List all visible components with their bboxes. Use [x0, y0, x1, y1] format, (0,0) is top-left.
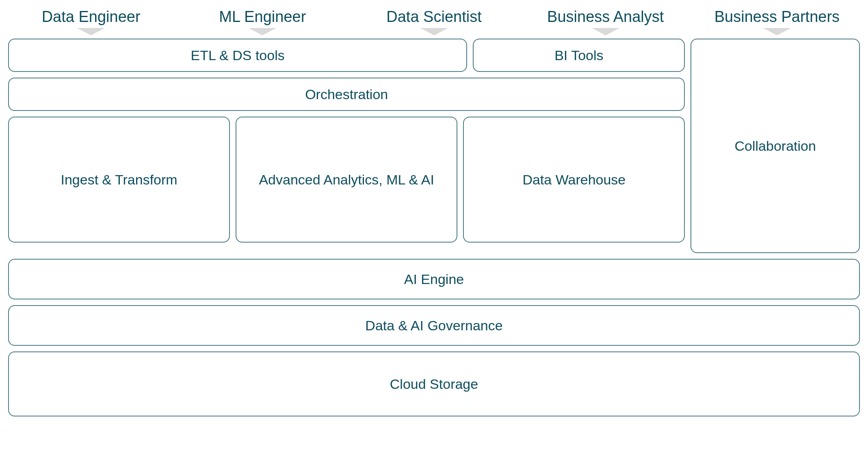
orchestration-box: Orchestration	[8, 78, 685, 111]
box-label: Advanced Analytics, ML & AI	[254, 172, 439, 188]
arrow-down-icon	[77, 28, 105, 35]
main-column: ETL & DS tools BI Tools Orchestration In…	[8, 39, 685, 253]
persona-data-engineer: Data Engineer	[8, 8, 174, 35]
arrow-down-icon	[249, 28, 276, 35]
persona-label: Data Scientist	[386, 8, 481, 26]
box-label: AI Engine	[399, 271, 469, 287]
box-label: Orchestration	[300, 87, 393, 102]
box-label: Collaboration	[730, 138, 821, 154]
box-label: Data Warehouse	[517, 172, 630, 188]
governance-row: Data & AI Governance	[8, 305, 860, 346]
persona-label: ML Engineer	[219, 8, 306, 26]
tools-row: ETL & DS tools BI Tools	[8, 39, 685, 72]
persona-business-partners: Business Partners	[694, 8, 860, 35]
box-label: Data & AI Governance	[360, 318, 507, 334]
persona-ml-engineer: ML Engineer	[180, 8, 345, 35]
governance-box: Data & AI Governance	[8, 305, 860, 346]
ai-engine-row: AI Engine	[8, 259, 860, 299]
box-label: Cloud Storage	[385, 376, 483, 392]
box-label: BI Tools	[550, 48, 608, 63]
architecture-diagram: Data Engineer ML Engineer Data Scientist…	[8, 8, 860, 416]
layers-layout: ETL & DS tools BI Tools Orchestration In…	[8, 39, 860, 253]
box-label: ETL & DS tools	[186, 48, 290, 63]
etl-ds-tools-box: ETL & DS tools	[8, 39, 467, 72]
storage-row: Cloud Storage	[8, 351, 860, 416]
right-column: Collaboration	[691, 39, 860, 253]
advanced-analytics-box: Advanced Analytics, ML & AI	[236, 117, 457, 243]
persona-data-scientist: Data Scientist	[351, 8, 517, 35]
persona-label: Business Analyst	[547, 8, 664, 26]
personas-row: Data Engineer ML Engineer Data Scientist…	[8, 8, 860, 35]
ai-engine-box: AI Engine	[8, 259, 860, 299]
ingest-transform-box: Ingest & Transform	[8, 117, 230, 243]
arrow-down-icon	[420, 28, 448, 35]
middle-row: Ingest & Transform Advanced Analytics, M…	[8, 117, 685, 243]
persona-label: Business Partners	[714, 8, 840, 26]
collaboration-box: Collaboration	[691, 39, 860, 253]
persona-business-analyst: Business Analyst	[523, 8, 688, 35]
box-label: Ingest & Transform	[56, 172, 182, 188]
cloud-storage-box: Cloud Storage	[8, 351, 860, 416]
arrow-down-icon	[763, 28, 791, 35]
arrow-down-icon	[592, 28, 619, 35]
data-warehouse-box: Data Warehouse	[463, 117, 685, 243]
bi-tools-box: BI Tools	[473, 39, 685, 72]
persona-label: Data Engineer	[42, 8, 141, 26]
